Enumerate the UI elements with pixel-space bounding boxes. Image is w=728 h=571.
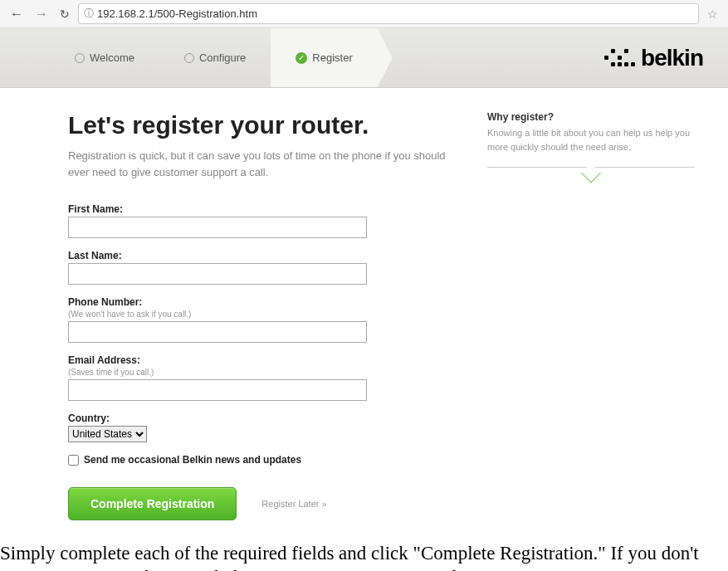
complete-registration-button[interactable]: Complete Registration <box>68 487 237 520</box>
step-label: Configure <box>199 51 246 64</box>
url-text: 192.168.2.1/500-Registration.htm <box>97 7 257 20</box>
brand-name: belkin <box>641 45 703 71</box>
sidebar-title: Why register? <box>487 111 695 123</box>
brand-dots-icon <box>604 49 634 67</box>
phone-input[interactable] <box>68 321 367 343</box>
newsletter-label: Send me occasional Belkin news and updat… <box>84 454 301 466</box>
radio-icon <box>184 53 194 63</box>
step-configure[interactable]: Configure <box>159 28 271 87</box>
form-actions: Complete Registration Register Later » <box>68 487 454 520</box>
newsletter-checkbox-row[interactable]: Send me occasional Belkin news and updat… <box>68 454 454 466</box>
country-field: Country: United States <box>68 412 454 442</box>
wizard-header: Welcome Configure ✓ Register belkin <box>0 28 728 88</box>
last-name-input[interactable] <box>68 263 367 285</box>
wizard-steps: Welcome Configure ✓ Register <box>50 28 378 87</box>
main-column: Let's register your router. Registration… <box>68 111 454 520</box>
forward-button[interactable]: → <box>32 5 51 23</box>
step-label: Welcome <box>90 51 134 64</box>
phone-field: Phone Number: (We won't have to ask if y… <box>68 296 454 343</box>
newsletter-checkbox[interactable] <box>68 455 79 466</box>
first-name-field: First Name: <box>68 203 454 238</box>
email-input[interactable] <box>68 379 367 401</box>
sidebar-body: Knowing a little bit about you can help … <box>487 126 695 154</box>
step-register[interactable]: ✓ Register <box>271 28 377 87</box>
instruction-caption: Simply complete each of the required fie… <box>0 537 728 571</box>
last-name-label: Last Name: <box>68 250 454 261</box>
step-welcome[interactable]: Welcome <box>50 28 159 87</box>
brand-logo: belkin <box>604 45 703 71</box>
reload-button[interactable]: ↻ <box>56 6 73 22</box>
intro-text: Registration is quick, but it can save y… <box>68 148 454 180</box>
country-label: Country: <box>68 412 454 424</box>
check-icon: ✓ <box>296 52 307 64</box>
sidebar-column: Why register? Knowing a little bit about… <box>487 111 695 520</box>
last-name-field: Last Name: <box>68 250 454 285</box>
page-content: Let's register your router. Registration… <box>0 88 728 537</box>
phone-hint: (We won't have to ask if you call.) <box>68 310 454 319</box>
phone-label: Phone Number: <box>68 296 454 308</box>
divider-notch-icon <box>487 167 695 178</box>
radio-icon <box>75 53 85 63</box>
step-label: Register <box>312 51 352 64</box>
register-later-link[interactable]: Register Later » <box>261 499 326 509</box>
info-icon: ⓘ <box>84 7 94 21</box>
address-bar[interactable]: ⓘ 192.168.2.1/500-Registration.htm <box>78 3 699 24</box>
bookmark-star-icon[interactable]: ☆ <box>704 6 721 22</box>
email-hint: (Saves time if you call.) <box>68 368 454 377</box>
back-button[interactable]: ← <box>7 5 27 23</box>
first-name-input[interactable] <box>68 217 367 238</box>
email-field: Email Address: (Saves time if you call.) <box>68 354 454 401</box>
email-label: Email Address: <box>68 354 454 366</box>
first-name-label: First Name: <box>68 203 454 215</box>
country-select[interactable]: United States <box>68 426 147 442</box>
page-title: Let's register your router. <box>68 111 454 139</box>
browser-toolbar: ← → ↻ ⓘ 192.168.2.1/500-Registration.htm… <box>0 0 728 28</box>
